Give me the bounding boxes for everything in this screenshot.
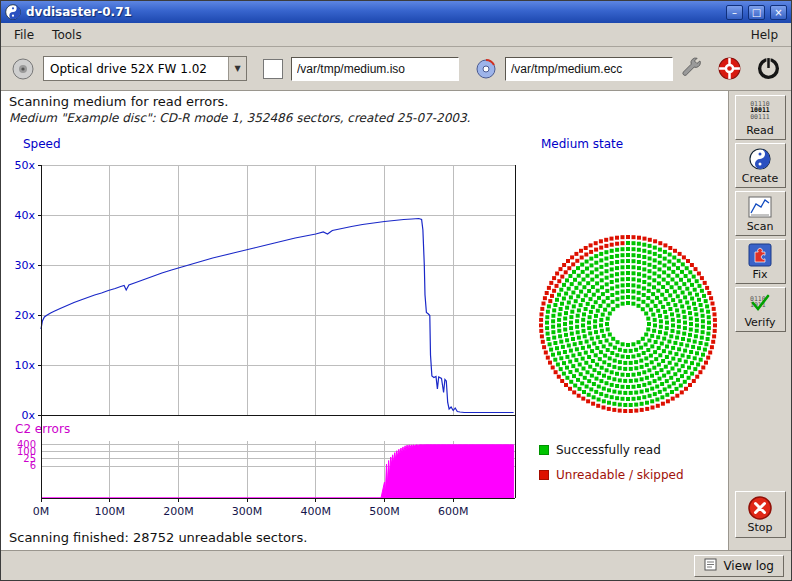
svg-text:0M: 0M	[33, 505, 50, 518]
verify-button-label: Verify	[744, 316, 775, 329]
preferences-wrench-icon[interactable]	[680, 57, 703, 80]
legend-label-unreadable: Unreadable / skipped	[556, 468, 684, 482]
stop-button-label: Stop	[747, 521, 772, 534]
verify-check-icon: 0110 1011	[747, 291, 773, 315]
status-line-2: Medium "Example disc": CD-R mode 1, 3524…	[9, 111, 470, 125]
menu-file[interactable]: File	[5, 25, 43, 45]
app-icon	[5, 4, 21, 20]
stop-icon	[747, 496, 773, 520]
scan-result-status: Scanning finished: 28752 unreadable sect…	[9, 530, 307, 545]
chevron-down-icon[interactable]: ▼	[228, 57, 246, 80]
image-file-input[interactable]	[291, 57, 459, 81]
svg-text:40x: 40x	[14, 209, 35, 222]
app-window: dvdisaster-0.71 – □ × File Tools Help Op…	[0, 0, 792, 581]
read-binary-icon: 01110 10011 00111	[750, 99, 770, 123]
verify-button[interactable]: 0110 1011 Verify	[735, 287, 786, 332]
legend-unreadable: Unreadable / skipped	[539, 468, 684, 482]
toolbar: Optical drive 52X FW 1.02 ▼	[1, 47, 791, 91]
ecc-file-input[interactable]	[505, 57, 673, 81]
create-button[interactable]: Create	[735, 143, 786, 188]
svg-text:20x: 20x	[14, 309, 35, 322]
drive-select-value: Optical drive 52X FW 1.02	[44, 62, 228, 76]
stop-button[interactable]: Stop	[735, 491, 786, 538]
legend-label-read: Successfully read	[556, 443, 661, 457]
quit-power-icon[interactable]	[756, 56, 781, 81]
main-panel: Scanning medium for read errors. Medium …	[1, 91, 728, 550]
legend-swatch-green	[539, 445, 549, 455]
scan-curve-icon	[748, 195, 772, 219]
drive-icon	[11, 57, 35, 81]
log-icon	[704, 558, 717, 574]
svg-text:0x: 0x	[21, 409, 35, 422]
legend-swatch-red	[539, 470, 549, 480]
speed-chart-title: Speed	[23, 137, 61, 151]
svg-text:6: 6	[30, 460, 36, 471]
action-sidebar: 01110 10011 00111 Read Create	[728, 91, 791, 550]
menubar: File Tools Help	[1, 23, 791, 47]
menu-tools[interactable]: Tools	[43, 25, 91, 45]
fix-button-label: Fix	[752, 268, 767, 281]
footer-bar: View log	[1, 550, 791, 580]
view-log-label: View log	[723, 559, 774, 573]
read-button[interactable]: 01110 10011 00111 Read	[735, 95, 786, 140]
medium-state-disc	[533, 229, 723, 419]
legend-successfully-read: Successfully read	[539, 443, 661, 457]
svg-text:400M: 400M	[301, 505, 332, 518]
svg-text:200M: 200M	[163, 505, 194, 518]
minimize-button[interactable]: –	[726, 5, 743, 20]
scan-button-label: Scan	[747, 220, 774, 233]
yin-yang-icon	[749, 147, 771, 171]
drive-select[interactable]: Optical drive 52X FW 1.02 ▼	[43, 56, 247, 81]
svg-text:300M: 300M	[232, 505, 263, 518]
read-button-label: Read	[746, 124, 774, 137]
svg-text:600M: 600M	[438, 505, 469, 518]
medium-state-title: Medium state	[541, 137, 623, 151]
content-area: Scanning medium for read errors. Medium …	[1, 91, 791, 550]
view-log-button[interactable]: View log	[694, 555, 784, 577]
svg-text:50x: 50x	[14, 159, 35, 172]
window-title: dvdisaster-0.71	[26, 5, 721, 19]
create-button-label: Create	[742, 172, 779, 185]
help-lifebuoy-icon[interactable]	[717, 56, 742, 81]
image-file-icon	[263, 59, 283, 79]
scan-button[interactable]: Scan	[735, 191, 786, 236]
close-button[interactable]: ×	[770, 5, 787, 20]
maximize-button[interactable]: □	[748, 5, 765, 20]
svg-text:30x: 30x	[14, 259, 35, 272]
svg-text:500M: 500M	[369, 505, 400, 518]
status-line-1: Scanning medium for read errors.	[9, 94, 228, 109]
menu-help[interactable]: Help	[742, 25, 787, 45]
fix-puzzle-icon	[748, 243, 772, 267]
speed-and-c2-chart: 0M100M200M300M400M500M600M0x10x20x30x40x…	[3, 153, 533, 531]
svg-text:100M: 100M	[94, 505, 125, 518]
svg-text:10x: 10x	[14, 359, 35, 372]
titlebar[interactable]: dvdisaster-0.71 – □ ×	[1, 1, 791, 23]
ecc-file-icon	[475, 58, 497, 80]
fix-button[interactable]: Fix	[735, 239, 786, 284]
